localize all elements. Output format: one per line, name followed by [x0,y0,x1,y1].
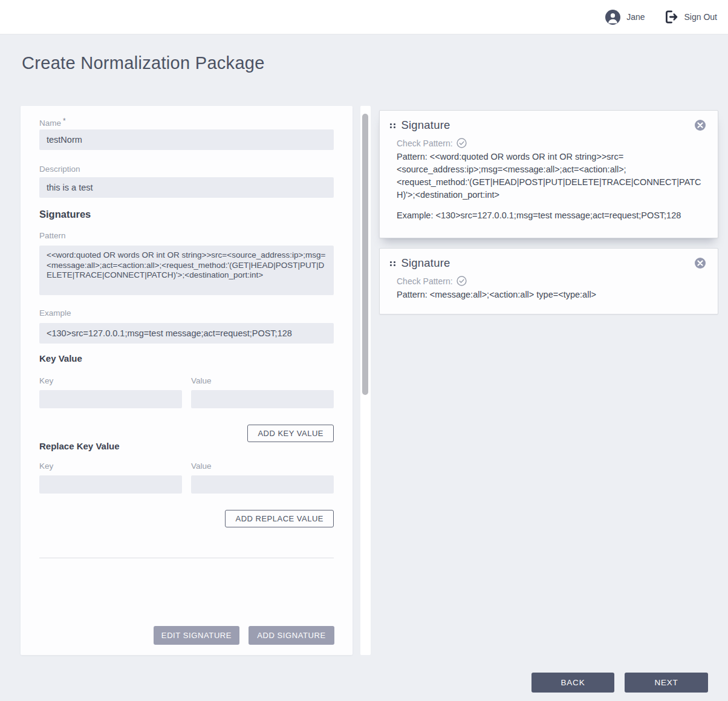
add-key-value-button[interactable]: ADD KEY VALUE [247,425,334,442]
name-label: Name* [39,117,66,128]
signature-example-text: Example: <130>src=127.0.0.1;msg=test mes… [397,209,706,222]
signature-form-card: Name* Description Signatures Pattern <<w… [21,106,353,655]
signature-card: Signature Check Pattern: Pattern: <<word… [379,110,718,238]
sign-out-button[interactable]: Sign Out [663,9,717,25]
replace-key-input[interactable] [39,475,182,494]
signature-card: Signature Check Pattern: Pattern: <messa… [379,248,718,315]
form-divider [39,558,334,558]
page-title: Create Normalization Package [22,53,265,73]
form-scrollbar-track[interactable] [360,106,371,655]
example-label: Example [39,308,71,318]
signature-card-title: Signature [401,119,450,132]
next-button[interactable]: NEXT [625,673,708,693]
key-value-key-label: Key [39,376,53,385]
check-circle-icon[interactable] [457,276,467,286]
sign-out-icon [663,9,679,25]
key-value-heading: Key Value [39,353,82,364]
add-replace-value-button[interactable]: ADD REPLACE VALUE [225,510,334,527]
top-bar: Jane Sign Out [0,0,728,34]
edit-signature-button[interactable]: EDIT SIGNATURE [154,626,239,645]
check-pattern-label: Check Pattern: [397,276,453,286]
form-scrollbar-thumb[interactable] [362,114,368,395]
close-icon[interactable] [695,258,706,269]
description-input[interactable] [39,177,334,198]
replace-key-value-heading: Replace Key Value [39,441,120,451]
pattern-textarea[interactable]: <<word:quoted OR words OR int OR string>… [39,246,334,295]
user-name: Jane [626,12,645,22]
required-asterisk: * [63,117,66,125]
user-avatar-icon [605,10,620,25]
signatures-heading: Signatures [39,209,91,220]
example-input[interactable] [39,323,334,344]
signature-pattern-text: Pattern: <<word:quoted OR words OR int O… [397,151,706,201]
name-input[interactable] [39,129,334,150]
replace-value-label: Value [191,461,212,471]
close-icon[interactable] [695,120,706,131]
drag-handle-icon[interactable] [390,123,395,129]
check-pattern-label: Check Pattern: [397,139,453,148]
pattern-label: Pattern [39,231,66,240]
signature-pattern-text: Pattern: <message:all>;<action:all> type… [397,289,706,301]
replace-key-label: Key [39,461,53,471]
key-value-value-label: Value [191,376,212,385]
user-menu[interactable]: Jane [605,10,645,25]
description-label: Description [39,165,80,174]
drag-handle-icon[interactable] [390,261,395,267]
add-signature-button[interactable]: ADD SIGNATURE [249,626,334,645]
sign-out-label: Sign Out [684,12,717,22]
key-value-key-input[interactable] [39,390,182,408]
signature-card-title: Signature [401,256,450,270]
key-value-value-input[interactable] [191,390,334,408]
back-button[interactable]: BACK [531,673,614,693]
replace-value-input[interactable] [191,475,334,494]
name-label-text: Name [39,119,61,128]
check-circle-icon[interactable] [457,138,467,148]
